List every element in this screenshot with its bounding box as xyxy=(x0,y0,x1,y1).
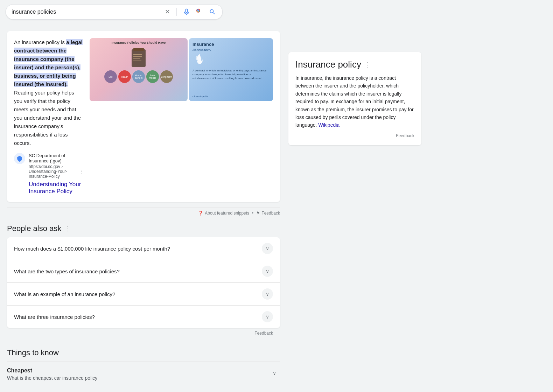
search-button[interactable] xyxy=(208,8,217,16)
paa-chevron-3: ∨ xyxy=(262,288,273,300)
img-circles: Life Health Home-owners Auto-mobile Long… xyxy=(104,70,173,83)
source-name: SC Department of Insurance (.gov) xyxy=(29,153,84,163)
search-input[interactable] xyxy=(12,9,164,15)
question-icon: ❓ xyxy=(198,211,203,216)
snippet-image-2-phonetic: /In·shur·ənth/ xyxy=(192,48,270,52)
kp-title: Insurance policy ⋮ xyxy=(295,59,414,70)
things-chevron-1: ∨ xyxy=(269,368,280,379)
snippet-text: An insurance policy is a legal contract … xyxy=(14,38,84,147)
snippet-image-1-title: Insurance Policies You Should Have xyxy=(112,41,166,44)
footer-separator: • xyxy=(252,211,253,216)
paa-section-title: People also ask ⋮ xyxy=(7,224,280,233)
kp-wikipedia-link[interactable]: Wikipedia xyxy=(318,122,340,128)
things-item-1-desc: What is the cheapest car insurance polic… xyxy=(7,375,97,381)
source-favicon xyxy=(14,153,25,164)
paa-more-icon[interactable]: ⋮ xyxy=(65,225,71,232)
paa-item-4[interactable]: What are three insurance policies? ∨ xyxy=(7,306,280,328)
paa-chevron-4: ∨ xyxy=(262,311,273,322)
about-snippets-link[interactable]: ❓ About featured snippets xyxy=(198,211,249,216)
paa-item-1[interactable]: How much does a $1,000,000 life insuranc… xyxy=(7,237,280,260)
right-column: Insurance policy ⋮ In insurance, the ins… xyxy=(288,31,421,386)
paa-item-3[interactable]: What is an example of an insurance polic… xyxy=(7,283,280,306)
snippet-image-2-source: • Investopedia xyxy=(192,95,270,98)
snippet-images: Insurance Policies You Should Have Life … xyxy=(90,38,273,195)
snippet-link[interactable]: Understanding Your Insurance Policy xyxy=(29,181,84,195)
paa-container: How much does a $1,000,000 life insuranc… xyxy=(7,237,280,328)
snippet-image-2[interactable]: Insurance /In·shur·ənth/ A contract in w… xyxy=(189,38,273,101)
microphone-button[interactable] xyxy=(182,8,191,16)
shield-icon xyxy=(16,155,23,162)
snippet-footer: ❓ About featured snippets • ⚑ Feedback xyxy=(7,208,280,217)
search-icons: ✕ xyxy=(164,7,217,16)
lens-button[interactable] xyxy=(195,7,204,16)
paa-feedback[interactable]: Feedback xyxy=(7,328,280,340)
things-title: Things to know xyxy=(7,348,280,357)
search-divider xyxy=(176,8,177,16)
circle-life: Life xyxy=(104,70,117,83)
kp-feedback[interactable]: Feedback xyxy=(295,129,414,138)
main-content: An insurance policy is a legal contract … xyxy=(0,24,553,386)
things-item-1-label: Cheapest xyxy=(7,368,97,374)
snippet-highlight: a legal contract between the insurance c… xyxy=(14,39,83,87)
circle-homeowners: Home-owners xyxy=(132,70,145,83)
circle-auto: Auto-mobile xyxy=(146,70,159,83)
snippet-source: SC Department of Insurance (.gov) https:… xyxy=(14,153,84,195)
paa-item-2[interactable]: What are the two types of insurance poli… xyxy=(7,260,280,283)
featured-snippet: An insurance policy is a legal contract … xyxy=(7,31,280,202)
paa-question-1: How much does a $1,000,000 life insuranc… xyxy=(14,246,170,252)
snippet-image-2-text: A contract in which an individual or ent… xyxy=(192,69,270,80)
things-section: Things to know Cheapest What is the chea… xyxy=(7,348,280,386)
circle-health: Health xyxy=(118,70,131,83)
clipboard-icon xyxy=(128,46,149,70)
snippet-text-before: An insurance policy is xyxy=(14,39,66,45)
snippet-text-after: Reading your policy helps you verify tha… xyxy=(14,90,81,146)
svg-rect-3 xyxy=(133,48,144,51)
left-column: An insurance policy is a legal contract … xyxy=(7,31,280,386)
search-bar: ✕ xyxy=(6,4,223,20)
search-bar-container: ✕ xyxy=(0,0,553,24)
snippet-image-2-title: Insurance xyxy=(192,42,270,47)
snippet-image-1[interactable]: Insurance Policies You Should Have Life … xyxy=(90,38,188,101)
things-item-1[interactable]: Cheapest What is the cheapest car insura… xyxy=(7,362,280,386)
paa-chevron-2: ∨ xyxy=(262,266,273,277)
kp-description: In insurance, the insurance policy is a … xyxy=(295,74,414,129)
svg-rect-2 xyxy=(132,49,146,67)
source-more-icon[interactable]: ⋮ xyxy=(80,169,84,174)
paa-question-3: What is an example of an insurance polic… xyxy=(14,291,115,297)
search-icon xyxy=(209,8,216,15)
circle-disability: Long-term xyxy=(160,70,173,83)
kp-more-icon[interactable]: ⋮ xyxy=(364,61,370,69)
snippet-text-area: An insurance policy is a legal contract … xyxy=(14,38,84,195)
things-item-1-text: Cheapest What is the cheapest car insura… xyxy=(7,368,97,381)
paa-question-2: What are the two types of insurance poli… xyxy=(14,268,120,274)
mic-icon xyxy=(183,8,190,15)
source-url: https://doi.sc.gov › Understanding-Your-… xyxy=(29,164,84,179)
knowledge-panel: Insurance policy ⋮ In insurance, the ins… xyxy=(288,52,421,145)
paa-chevron-1: ∨ xyxy=(262,243,273,254)
paa-question-4: What are three insurance policies? xyxy=(14,314,95,320)
flame-icon xyxy=(192,53,206,67)
snippet-feedback-link[interactable]: ⚑ Feedback xyxy=(256,211,280,216)
lens-icon xyxy=(196,8,203,16)
source-info: SC Department of Insurance (.gov) https:… xyxy=(29,153,84,195)
clear-button[interactable]: ✕ xyxy=(164,7,171,16)
feedback-icon: ⚑ xyxy=(256,211,260,216)
